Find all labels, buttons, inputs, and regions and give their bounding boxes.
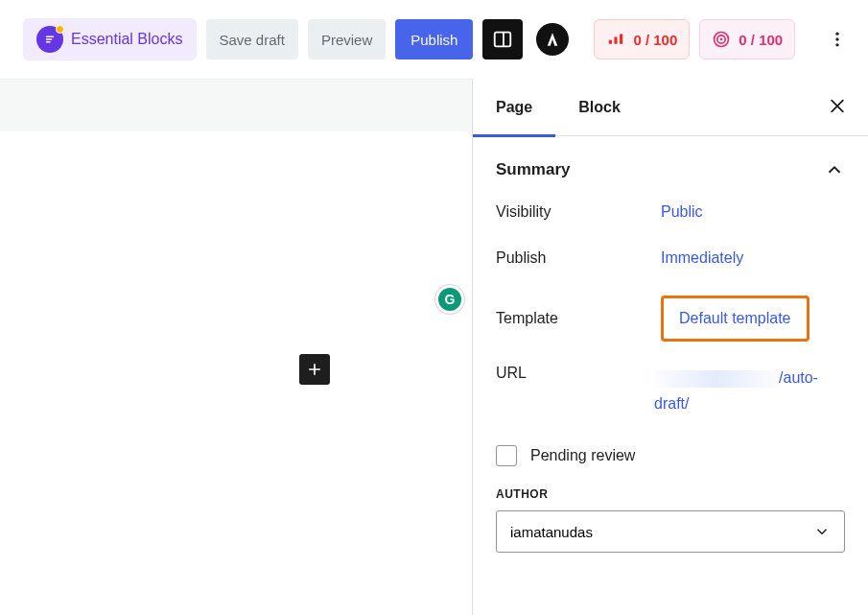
pending-review-label: Pending review xyxy=(530,447,635,464)
publish-value[interactable]: Immediately xyxy=(661,249,845,267)
svg-rect-0 xyxy=(46,36,54,38)
svg-point-10 xyxy=(835,43,838,46)
svg-point-8 xyxy=(835,33,838,35)
template-row: Template Default template xyxy=(496,296,845,342)
url-row: URL /auto-draft/ xyxy=(496,365,845,416)
target-icon xyxy=(712,30,731,49)
publish-row: Publish Immediately xyxy=(496,249,845,267)
tab-page[interactable]: Page xyxy=(473,79,555,136)
canvas-content[interactable] xyxy=(0,131,472,615)
visibility-row: Visibility Public xyxy=(496,203,845,221)
pending-review-checkbox[interactable] xyxy=(496,445,517,466)
chevron-up-icon xyxy=(824,159,845,180)
top-toolbar: Essential Blocks Save draft Preview Publ… xyxy=(0,0,868,79)
essential-blocks-icon xyxy=(36,26,63,53)
seo-readability-score-value: 0 / 100 xyxy=(739,32,783,48)
summary-header[interactable]: Summary xyxy=(496,159,845,180)
seo-content-score-value: 0 / 100 xyxy=(633,32,677,48)
svg-rect-1 xyxy=(46,38,52,40)
more-options-button[interactable] xyxy=(820,22,855,57)
visibility-value[interactable]: Public xyxy=(661,203,845,221)
summary-section: Summary Visibility Public Publish Immedi… xyxy=(473,136,868,562)
plus-icon xyxy=(305,360,324,379)
author-select-value: iamatanudas xyxy=(510,524,593,540)
astra-button[interactable] xyxy=(536,23,569,56)
close-icon xyxy=(828,96,847,115)
template-value[interactable]: Default template xyxy=(661,296,809,342)
publish-button[interactable]: Publish xyxy=(395,19,473,59)
chart-icon xyxy=(606,32,625,47)
author-select[interactable]: iamatanudas xyxy=(496,510,845,553)
essential-blocks-label: Essential Blocks xyxy=(71,31,183,48)
tab-block[interactable]: Block xyxy=(555,79,644,136)
svg-point-7 xyxy=(720,38,723,41)
sidebar-icon xyxy=(492,29,513,50)
canvas-top-margin xyxy=(0,80,472,131)
summary-title: Summary xyxy=(496,160,570,179)
template-label: Template xyxy=(496,310,661,327)
more-vertical-icon xyxy=(828,30,847,49)
grammarly-icon[interactable]: G xyxy=(435,285,464,314)
pending-review-row: Pending review xyxy=(496,445,845,466)
author-label: AUTHOR xyxy=(496,487,845,501)
save-draft-button[interactable]: Save draft xyxy=(206,19,298,59)
url-label: URL xyxy=(496,365,654,382)
svg-point-9 xyxy=(835,37,838,40)
url-redacted xyxy=(654,370,779,388)
essential-blocks-button[interactable]: Essential Blocks xyxy=(23,18,197,60)
url-value[interactable]: /auto-draft/ xyxy=(654,365,845,416)
settings-sidebar-toggle[interactable] xyxy=(482,19,523,59)
close-sidebar-button[interactable] xyxy=(824,92,851,122)
editor-canvas[interactable]: G xyxy=(0,79,472,615)
sidebar-tabs: Page Block xyxy=(473,79,868,136)
publish-label: Publish xyxy=(496,249,661,267)
seo-content-score[interactable]: 0 / 100 xyxy=(594,19,690,59)
svg-rect-2 xyxy=(46,41,51,43)
chevron-down-icon xyxy=(813,523,831,540)
visibility-label: Visibility xyxy=(496,203,661,221)
preview-button[interactable]: Preview xyxy=(308,19,386,59)
astra-icon xyxy=(544,31,561,48)
seo-readability-score[interactable]: 0 / 100 xyxy=(699,19,795,59)
add-block-button[interactable] xyxy=(299,354,330,385)
main-area: G Page Block Summary Visibility Public P… xyxy=(0,79,868,615)
settings-sidebar: Page Block Summary Visibility Public Pub… xyxy=(472,79,868,615)
